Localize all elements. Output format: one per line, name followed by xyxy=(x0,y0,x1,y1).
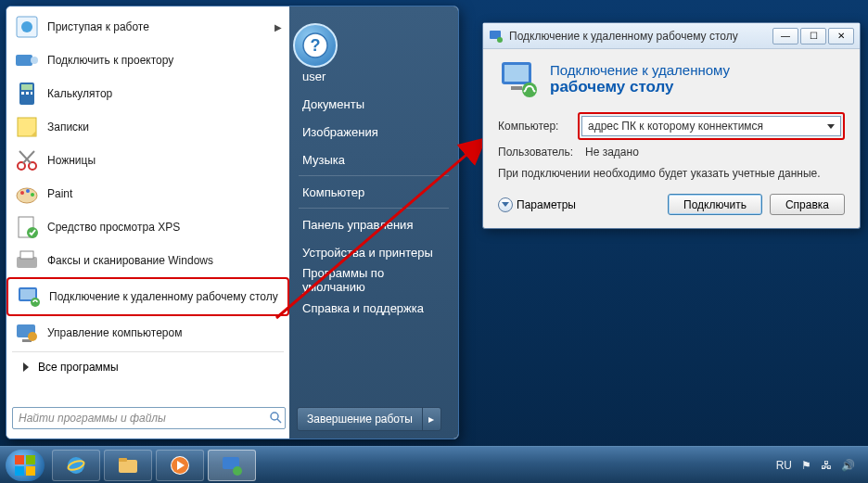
fax-icon xyxy=(14,248,40,273)
program-remote-desktop[interactable]: Подключение к удаленному рабочему столу xyxy=(6,277,289,316)
calculator-icon xyxy=(14,81,40,107)
params-label: Параметры xyxy=(517,198,576,211)
program-scissors[interactable]: Ножницы xyxy=(6,144,289,177)
connect-button[interactable]: Подключить xyxy=(668,194,762,215)
right-item-default-programs[interactable]: Программы по умолчанию xyxy=(289,266,458,294)
svg-point-13 xyxy=(20,191,24,195)
taskbar-explorer[interactable] xyxy=(104,450,152,481)
program-label: Факсы и сканирование Windows xyxy=(47,254,213,267)
program-label: Подключить к проектору xyxy=(47,54,173,67)
start-button[interactable] xyxy=(6,450,45,481)
right-item-documents[interactable]: Документы xyxy=(289,90,458,118)
program-paint[interactable]: Paint xyxy=(6,177,289,210)
program-xps-viewer[interactable]: Средство просмотра XPS xyxy=(6,210,289,244)
shutdown-arrow-icon[interactable]: ▸ xyxy=(422,408,440,430)
all-programs-label: Все программы xyxy=(38,361,119,374)
search-input[interactable] xyxy=(12,407,286,429)
close-button[interactable]: ✕ xyxy=(828,28,854,44)
right-item-computer[interactable]: Компьютер xyxy=(289,178,458,206)
svg-text:?: ? xyxy=(311,36,321,55)
rdp-title-text: Подключение к удаленному рабочему столу xyxy=(509,30,738,43)
program-calculator[interactable]: Калькулятор xyxy=(6,77,289,110)
start-menu: Приступая к работе ▶ Подключить к проект… xyxy=(6,6,459,439)
rdp-big-icon xyxy=(498,58,539,99)
program-getting-started[interactable]: Приступая к работе ▶ xyxy=(6,10,289,44)
svg-rect-44 xyxy=(119,458,127,462)
svg-point-26 xyxy=(271,413,278,420)
taskbar-rdp[interactable] xyxy=(208,450,256,481)
taskbar-ie[interactable] xyxy=(52,450,100,481)
program-sticky-notes[interactable]: Записки xyxy=(6,110,289,144)
xps-icon xyxy=(14,214,40,240)
computer-field-highlight: адрес ПК к которому коннектимся xyxy=(578,112,845,140)
params-toggle[interactable]: Параметры xyxy=(498,197,576,212)
paint-icon xyxy=(14,181,40,207)
program-computer-mgmt[interactable]: Управление компьютером xyxy=(6,316,289,350)
rdp-window: Подключение к удаленному рабочему столу … xyxy=(482,22,861,229)
help-button[interactable]: Справка xyxy=(770,194,845,215)
flag-icon[interactable]: ⚑ xyxy=(801,459,811,472)
svg-rect-35 xyxy=(511,86,522,90)
windows-logo-icon xyxy=(13,453,37,477)
rdp-icon xyxy=(221,454,243,477)
network-icon[interactable]: 🖧 xyxy=(821,459,832,472)
mgmt-icon xyxy=(14,320,40,346)
chevron-right-icon: ▶ xyxy=(274,22,282,32)
program-label: Paint xyxy=(47,187,72,200)
search-row xyxy=(6,401,289,435)
right-item-pictures[interactable]: Изображения xyxy=(289,118,458,146)
right-item-music[interactable]: Музыка xyxy=(289,146,458,173)
rdp-computer-row: Компьютер: адрес ПК к которому коннектим… xyxy=(498,112,845,140)
svg-point-3 xyxy=(31,57,38,64)
shutdown-button[interactable]: Завершение работы ▸ xyxy=(297,407,441,431)
svg-point-32 xyxy=(497,37,503,43)
separator xyxy=(12,351,284,352)
rdp-footer: Параметры Подключить Справка xyxy=(498,194,845,215)
program-label: Средство просмотра XPS xyxy=(47,221,180,234)
taskbar: RU ⚑ 🖧 🔊 xyxy=(0,446,868,483)
svg-point-22 xyxy=(31,298,40,307)
svg-rect-43 xyxy=(119,460,137,473)
shutdown-label: Завершение работы xyxy=(298,413,422,426)
right-item-help[interactable]: Справка и поддержка xyxy=(289,294,458,322)
rdp-user-row: Пользователь: Не задано xyxy=(498,146,845,159)
computer-combobox[interactable]: адрес ПК к которому коннектимся xyxy=(581,116,841,136)
search-icon xyxy=(269,411,284,426)
svg-point-36 xyxy=(522,83,537,97)
svg-rect-40 xyxy=(26,466,35,476)
start-menu-right-pane: ? user Документы Изображения Музыка Комп… xyxy=(289,6,458,439)
all-programs[interactable]: Все программы xyxy=(6,354,289,380)
ie-icon xyxy=(65,454,87,477)
svg-point-14 xyxy=(26,189,30,193)
user-label: Пользователь: xyxy=(498,146,578,159)
svg-point-25 xyxy=(28,332,37,341)
program-projector[interactable]: Подключить к проектору xyxy=(6,44,289,77)
program-fax-scan[interactable]: Факсы и сканирование Windows xyxy=(6,244,289,277)
separator xyxy=(299,175,449,176)
right-item-control-panel[interactable]: Панель управления xyxy=(289,210,458,238)
volume-icon[interactable]: 🔊 xyxy=(841,459,855,472)
svg-line-27 xyxy=(277,419,281,423)
computer-label: Компьютер: xyxy=(498,120,578,133)
maximize-button[interactable]: ☐ xyxy=(800,28,826,44)
rdp-heading: Подключение к удаленному рабочему столу xyxy=(550,62,730,96)
right-item-devices[interactable]: Устройства и принтеры xyxy=(289,238,458,266)
chevron-down-icon xyxy=(498,197,513,212)
program-label: Ножницы xyxy=(47,154,96,167)
rdp-body: Подключение к удаленному рабочему столу … xyxy=(483,49,860,228)
rdp-header: Подключение к удаленному рабочему столу xyxy=(498,58,845,99)
svg-rect-7 xyxy=(26,92,29,95)
taskbar-media-player[interactable] xyxy=(156,450,204,481)
rdp-titlebar[interactable]: Подключение к удаленному рабочему столу … xyxy=(483,23,860,49)
svg-point-1 xyxy=(21,21,32,32)
svg-point-15 xyxy=(31,193,34,197)
minimize-button[interactable]: ― xyxy=(772,28,798,44)
explorer-icon xyxy=(117,454,139,477)
triangle-right-icon xyxy=(23,362,29,372)
svg-rect-38 xyxy=(26,455,35,464)
user-value: Не задано xyxy=(585,146,639,159)
language-indicator[interactable]: RU xyxy=(776,459,792,472)
computer-value: адрес ПК к которому коннектимся xyxy=(588,120,763,133)
svg-rect-5 xyxy=(21,84,32,90)
getting-started-icon xyxy=(14,14,40,40)
